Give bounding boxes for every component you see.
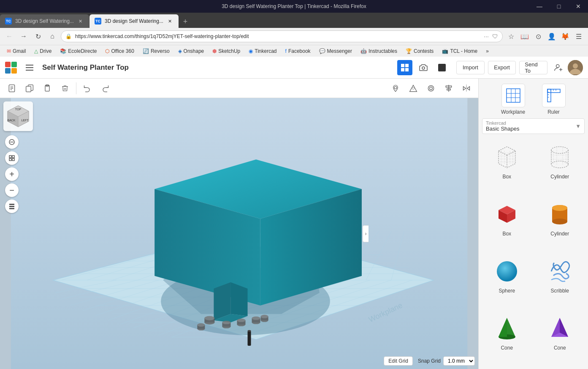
redo-button[interactable] <box>97 80 114 97</box>
bookmark-instructables[interactable]: 🤖 Instructables <box>357 47 401 55</box>
fit-all-icon <box>8 155 15 161</box>
tinkercad-logo[interactable] <box>5 62 17 74</box>
user-avatar[interactable] <box>568 60 583 75</box>
shape-item-cylinder-ghost[interactable]: Cylinder <box>535 141 585 194</box>
tab-close-2[interactable]: ✕ <box>167 18 173 25</box>
sync-button[interactable]: ⊙ <box>532 30 544 42</box>
firefox-account-button[interactable]: 👤 <box>546 30 558 42</box>
svg-rect-2 <box>26 70 33 71</box>
shape-item-box-solid[interactable]: Box <box>482 198 532 251</box>
shape-item-cylinder-solid[interactable]: Cylinder <box>535 198 585 251</box>
svg-rect-108 <box>248 331 251 346</box>
bookmark-contests[interactable]: 🏆 Contests <box>402 47 437 55</box>
ruler-button[interactable]: Ruler <box>537 84 571 115</box>
bookmark-drive[interactable]: △ Drive <box>31 47 55 55</box>
bookmark-messenger[interactable]: 💬 Messenger <box>316 47 355 55</box>
fit-view-button[interactable] <box>5 135 19 149</box>
undo-button[interactable] <box>79 80 96 97</box>
bookmark-sketchup[interactable]: ⬢ SketchUp <box>209 47 244 55</box>
reading-mode-button[interactable]: 📖 <box>519 30 531 42</box>
bookmark-office360[interactable]: ⬡ Office 360 <box>102 47 137 55</box>
zoom-in-button[interactable]: + <box>5 167 19 181</box>
viewport[interactable]: Workplane TOP BACK LEFT <box>0 98 478 369</box>
grid-view-button[interactable] <box>397 60 412 75</box>
contests-icon: 🏆 <box>406 48 412 54</box>
new-doc-icon <box>8 84 16 93</box>
paste-button[interactable] <box>39 80 56 97</box>
export-button[interactable]: Export <box>488 61 516 74</box>
back-button[interactable]: ← <box>3 30 15 42</box>
camera-button[interactable] <box>416 60 431 75</box>
view-cube[interactable]: TOP BACK LEFT <box>3 101 33 131</box>
bookmark-reverso[interactable]: 🔄 Reverso <box>139 47 173 55</box>
menu-button[interactable]: ☰ <box>573 30 585 42</box>
window-controls: — □ ✕ <box>530 0 588 13</box>
layers-icon <box>8 203 15 210</box>
cylinder-ghost-icon <box>545 142 574 172</box>
bookmark-gmail[interactable]: ✉ Gmail <box>3 47 29 55</box>
svg-rect-126 <box>9 208 14 209</box>
bookmark-tinkercad[interactable]: ◉ Tinkercad <box>245 47 280 55</box>
bookmark-facebook[interactable]: f Facebook <box>282 47 314 55</box>
address-box[interactable]: 🔒 https://www.tinkercad.com/things/1q7D5… <box>61 30 503 42</box>
close-button[interactable]: ✕ <box>569 0 588 13</box>
new-document-button[interactable] <box>3 80 20 97</box>
panel-collapse-button[interactable]: › <box>363 225 369 242</box>
menu-icon-button[interactable] <box>22 60 37 75</box>
mirror-tool-button[interactable] <box>458 80 475 97</box>
minimize-button[interactable]: — <box>530 0 549 13</box>
snap-select[interactable]: 1.0 mm 0.5 mm 2.0 mm <box>443 356 475 366</box>
bookmark-onshape[interactable]: ◈ Onshape <box>175 47 208 55</box>
svg-point-9 <box>556 64 559 67</box>
browser-tab-2[interactable]: TC 3D design Self Watering... ✕ <box>89 14 179 28</box>
svg-marker-31 <box>463 86 466 90</box>
svg-rect-123 <box>12 159 14 161</box>
zoom-out-button[interactable]: − <box>5 183 19 197</box>
cylinder-solid-icon <box>545 200 574 229</box>
options-icon[interactable]: ··· <box>484 33 489 40</box>
pyramid-icon <box>545 314 574 343</box>
firefox-logo[interactable]: 🦊 <box>559 30 571 42</box>
edit-grid-button[interactable]: Edit Grid <box>384 356 413 366</box>
bookmark-more[interactable]: » <box>482 47 492 55</box>
shape-selector[interactable]: Tinkercad Basic Shapes ▼ <box>482 118 585 134</box>
tab-favicon-1: TC <box>5 18 12 25</box>
refresh-button[interactable]: ↻ <box>32 30 44 42</box>
sendto-button[interactable]: Send To <box>519 61 547 74</box>
workplane-button[interactable]: Workplane <box>496 84 530 115</box>
svg-rect-3 <box>401 64 404 67</box>
layers-button[interactable] <box>5 200 19 213</box>
shape-item-cone[interactable]: Cone <box>482 312 532 366</box>
align-tool-button[interactable] <box>440 80 457 97</box>
maximize-button[interactable]: □ <box>549 0 569 13</box>
dark-theme-button[interactable] <box>434 60 450 75</box>
bookmark-star-button[interactable]: ☆ <box>505 30 517 42</box>
add-user-button[interactable] <box>551 60 566 75</box>
svg-point-104 <box>197 323 205 327</box>
fit-all-button[interactable] <box>5 151 19 165</box>
shape-item-sphere[interactable]: Sphere <box>482 255 532 309</box>
svg-point-26 <box>430 87 433 90</box>
shape-item-box-ghost[interactable]: Box <box>482 141 532 194</box>
shape-item-pyramid[interactable]: Cone <box>535 312 585 366</box>
shape-item-scribble[interactable]: Scribble <box>535 255 585 309</box>
shape-tool-button[interactable] <box>405 80 422 97</box>
location-tool-button[interactable] <box>387 80 404 97</box>
svg-point-24 <box>412 87 415 89</box>
bookmark-ecoledirecte[interactable]: 📚 EcoleDirecte <box>57 47 100 55</box>
browser-toolbar: ☆ 📖 ⊙ 👤 🦊 ☰ <box>505 30 585 42</box>
forward-button[interactable]: → <box>18 30 30 42</box>
tab-close-1[interactable]: ✕ <box>77 18 84 25</box>
bookmark-tcl[interactable]: 📺 TCL - Home <box>439 47 481 55</box>
app-title: Self Watering Planter Top <box>42 63 129 72</box>
ring-tool-button[interactable] <box>423 80 439 97</box>
import-button[interactable]: Import <box>456 61 485 74</box>
shield-icon[interactable]: 🛡 <box>492 33 498 40</box>
workplane-ruler-row: Workplane Ruler <box>479 79 588 118</box>
browser-tab-1[interactable]: TC 3D design Self Watering... ✕ <box>0 14 89 28</box>
new-tab-button[interactable]: + <box>179 15 192 28</box>
bookmark-tinkercad-label: Tinkercad <box>255 48 276 54</box>
copy-button[interactable] <box>21 80 38 97</box>
home-button[interactable]: ⌂ <box>46 30 58 42</box>
delete-button[interactable] <box>57 80 73 97</box>
